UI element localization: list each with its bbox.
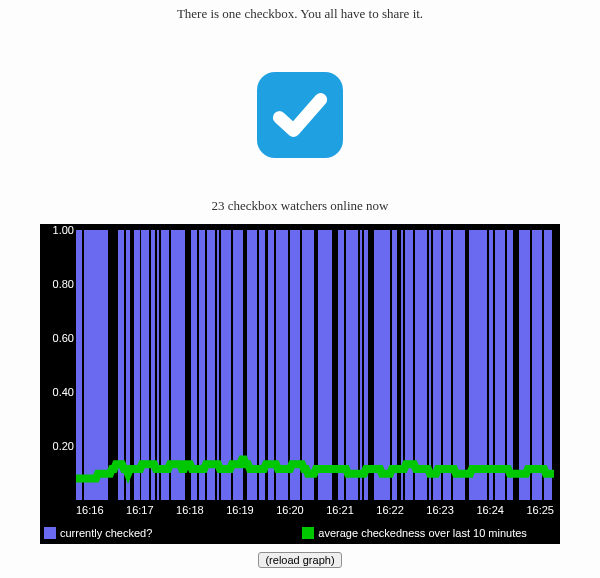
checkmark-icon	[269, 84, 331, 146]
legend-swatch-1	[44, 527, 56, 539]
checkedness-chart: 0.200.400.600.801.00 16:1616:1716:1816:1…	[40, 224, 560, 544]
reload-graph-button[interactable]: (reload graph)	[258, 552, 341, 568]
binary-bars	[76, 230, 554, 500]
tagline: There is one checkbox. You all have to s…	[0, 0, 600, 22]
checkbox-container	[0, 72, 600, 158]
chart-legend: currently checked? average checkedness o…	[40, 524, 560, 544]
x-axis-ticks: 16:1616:1716:1816:1916:2016:2116:2216:23…	[76, 500, 554, 524]
legend-swatch-2	[302, 527, 314, 539]
plot-area	[76, 230, 554, 500]
legend-label-2: average checkedness over last 10 minutes	[318, 527, 527, 539]
watchers-count: 23 checkbox watchers online now	[0, 198, 600, 214]
the-checkbox[interactable]	[257, 72, 343, 158]
legend-label-1: currently checked?	[60, 527, 152, 539]
